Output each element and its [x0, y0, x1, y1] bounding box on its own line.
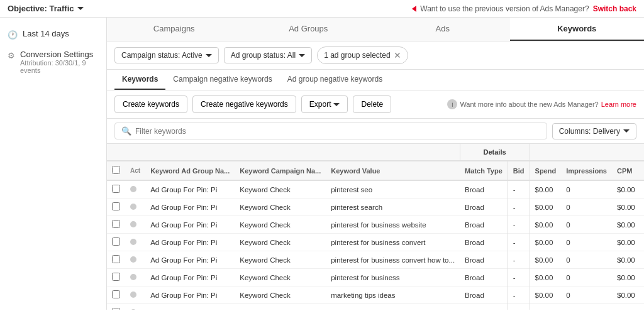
row-bid: -	[508, 199, 530, 216]
row-adgroup: Ad Group For Pin: Pi	[145, 286, 235, 304]
top-bar-right: Want to use the previous version of Ads …	[412, 4, 636, 13]
learn-more-section: i Want more info about the new Ads Manag…	[447, 99, 636, 109]
tab-ads[interactable]: Ads	[375, 18, 510, 41]
row-campaign: Keyword Check	[235, 199, 326, 216]
chevron-down-icon	[77, 7, 84, 10]
row-checkbox-cell[interactable]	[107, 199, 125, 216]
sidebar-item-conversion[interactable]: ⚙ Conversion Settings Attribution: 30/30…	[0, 45, 106, 79]
close-icon[interactable]: ✕	[394, 50, 401, 60]
subtab-keywords[interactable]: Keywords	[114, 70, 165, 90]
filter-bar: Campaign status: Active Ad group status:…	[107, 41, 644, 70]
row-act	[125, 286, 145, 304]
tab-keywords[interactable]: Keywords	[510, 18, 645, 41]
row-engagements: 0	[640, 216, 644, 234]
row-cpm: $0.00	[612, 180, 640, 199]
row-checkbox-cell[interactable]	[107, 251, 125, 269]
chevron-down-icon	[299, 54, 305, 57]
row-impressions: 0	[561, 304, 612, 310]
row-match: Broad	[460, 180, 508, 199]
row-checkbox-cell[interactable]	[107, 180, 125, 199]
row-spend: $0.00	[530, 199, 561, 216]
col-header-checkbox	[107, 144, 125, 161]
col-header-engagements[interactable]: Engagements	[640, 161, 644, 180]
table-row: Ad Group For Pin: Pi Keyword Check marke…	[107, 286, 644, 304]
row-spend: $0.00	[530, 251, 561, 269]
main-content: Campaigns Ad Groups Ads Keywords Campaig…	[107, 18, 644, 310]
tab-campaigns[interactable]: Campaigns	[107, 18, 242, 41]
row-act	[125, 180, 145, 199]
row-checkbox[interactable]	[112, 202, 120, 210]
row-bid: -	[508, 216, 530, 234]
switch-back-link[interactable]: Switch back	[593, 4, 636, 13]
row-checkbox-cell[interactable]	[107, 216, 125, 234]
row-checkbox[interactable]	[112, 185, 120, 193]
row-act	[125, 269, 145, 286]
subtab-campaign-negative[interactable]: Campaign negative keywords	[165, 70, 279, 90]
row-match: Broad	[460, 251, 508, 269]
row-act	[125, 199, 145, 216]
columns-button[interactable]: Columns: Delivery	[552, 123, 636, 139]
col-header-bid[interactable]: Bid	[508, 161, 530, 180]
row-checkbox-cell[interactable]	[107, 286, 125, 304]
table-row: Ad Group For Pin: Pi Keyword Check marke…	[107, 304, 644, 310]
col-header-impressions[interactable]: Impressions	[561, 161, 612, 180]
campaign-status-filter[interactable]: Campaign status: Active	[114, 47, 219, 63]
learn-more-link[interactable]: Learn more	[601, 101, 636, 108]
row-adgroup: Ad Group For Pin: Pi	[145, 199, 235, 216]
columns-label: Columns: Delivery	[559, 127, 620, 136]
row-engagements: 0	[640, 304, 644, 310]
subtab-adgroup-negative[interactable]: Ad group negative keywords	[280, 70, 390, 90]
row-impressions: 0	[561, 251, 612, 269]
row-bid: -	[508, 234, 530, 251]
ad-group-status-filter[interactable]: Ad group status: All	[224, 47, 312, 63]
ad-group-selected-chip[interactable]: 1 ad group selected ✕	[317, 46, 408, 64]
col-select-all[interactable]	[107, 161, 125, 180]
create-keywords-button[interactable]: Create keywords	[114, 95, 187, 113]
row-campaign: Keyword Check	[235, 304, 326, 310]
sidebar-item-last14days[interactable]: 🕐 Last 14 days	[0, 24, 106, 45]
status-dot	[130, 291, 136, 298]
select-all-checkbox[interactable]	[112, 166, 120, 174]
col-header-cpm[interactable]: CPM	[612, 161, 640, 180]
col-header-value[interactable]: Keyword Value	[326, 161, 460, 180]
create-negative-keywords-button[interactable]: Create negative keywords	[192, 95, 296, 113]
row-value: pinterest for business convert how to...	[326, 251, 460, 269]
search-bar: 🔍 Columns: Delivery	[107, 119, 644, 144]
row-checkbox-cell[interactable]	[107, 304, 125, 310]
ad-group-status-label: Ad group status: All	[231, 51, 296, 60]
delete-button[interactable]: Delete	[353, 95, 391, 113]
search-icon: 🔍	[121, 126, 131, 136]
row-checkbox-cell[interactable]	[107, 269, 125, 286]
row-checkbox[interactable]	[112, 255, 120, 263]
objective-button[interactable]: Objective: Traffic	[8, 4, 84, 13]
status-dot	[130, 309, 136, 310]
tab-adgroups[interactable]: Ad Groups	[242, 18, 376, 41]
row-spend: $0.00	[530, 216, 561, 234]
col-header-match[interactable]: Match Type	[460, 161, 508, 180]
row-impressions: 0	[561, 269, 612, 286]
row-checkbox[interactable]	[112, 237, 120, 246]
search-input-wrap[interactable]: 🔍	[114, 123, 547, 139]
col-header-spend[interactable]: Spend	[530, 161, 561, 180]
row-checkbox[interactable]	[112, 220, 120, 228]
row-spend: $0.00	[530, 234, 561, 251]
sub-tabs: Keywords Campaign negative keywords Ad g…	[107, 70, 644, 90]
col-header-campaign[interactable]: Keyword Campaign Na...	[235, 161, 326, 180]
status-dot	[130, 274, 136, 280]
row-checkbox[interactable]	[112, 290, 120, 298]
search-input[interactable]	[135, 127, 540, 136]
col-header-act: Act	[125, 161, 145, 180]
col-header-adgroup[interactable]: Keyword Ad Group Na...	[145, 161, 235, 180]
row-checkbox-cell[interactable]	[107, 234, 125, 251]
chevron-down-icon	[623, 129, 630, 133]
export-button[interactable]: Export	[301, 95, 348, 113]
row-cpm: $0.00	[612, 286, 640, 304]
row-impressions: 0	[561, 234, 612, 251]
row-match: Broad	[460, 234, 508, 251]
status-dot	[130, 221, 136, 227]
ad-group-selected-label: 1 ad group selected	[324, 51, 390, 60]
row-checkbox[interactable]	[112, 308, 120, 310]
row-cpm: $0.00	[612, 269, 640, 286]
row-checkbox[interactable]	[112, 273, 120, 281]
table-row: Ad Group For Pin: Pi Keyword Check pinte…	[107, 180, 644, 199]
